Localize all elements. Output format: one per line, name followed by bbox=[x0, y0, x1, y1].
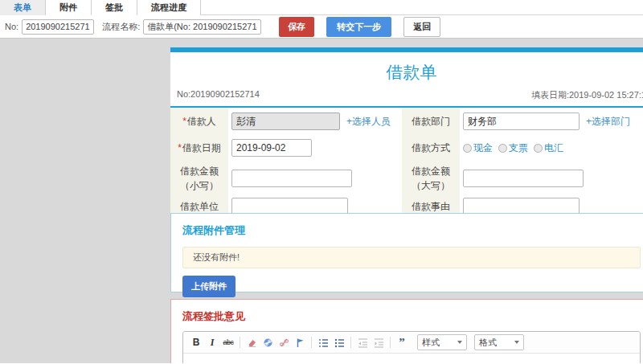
tab-approval[interactable]: 签批 bbox=[92, 0, 137, 15]
department-label: 借款部门 bbox=[402, 108, 460, 135]
forward-next-step-button[interactable]: 转交下一步 bbox=[326, 17, 391, 37]
app-root: 表单 附件 签批 流程进度 No: 流程名称: 保存 转交下一步 返回 借款单 … bbox=[0, 0, 643, 364]
process-name-label: 流程名称: bbox=[102, 21, 140, 33]
indent-icon[interactable] bbox=[371, 336, 386, 350]
bold-icon[interactable]: B bbox=[189, 336, 203, 350]
remove-format-icon[interactable] bbox=[244, 336, 259, 350]
select-department-link[interactable]: +选择部门 bbox=[586, 115, 630, 129]
format-dropdown-label: 格式 bbox=[479, 337, 497, 349]
editor-content-area[interactable] bbox=[183, 354, 640, 363]
method-option-cheque[interactable]: 支票 bbox=[498, 141, 528, 155]
form-title: 借款单 bbox=[170, 52, 643, 89]
process-name-input[interactable] bbox=[143, 19, 261, 35]
department-input[interactable] bbox=[463, 112, 580, 130]
loan-form-grid: *借款人 +选择人员 借款部门 +选择部门 *借款日期 bbox=[170, 108, 643, 217]
anchor-flag-icon[interactable] bbox=[293, 336, 307, 350]
style-dropdown[interactable]: 样式 bbox=[417, 334, 467, 350]
borrow-date-label: *借款日期 bbox=[170, 135, 228, 161]
chevron-down-icon bbox=[457, 341, 462, 344]
no-input[interactable] bbox=[22, 19, 94, 35]
toolbar-separator bbox=[350, 337, 351, 348]
radio-icon[interactable] bbox=[534, 144, 543, 153]
upload-attachment-button[interactable]: 上传附件 bbox=[182, 276, 235, 297]
tab-progress[interactable]: 流程进度 bbox=[137, 0, 201, 15]
editor-toolbar: B I abc bbox=[183, 332, 640, 354]
toolbar-separator bbox=[311, 337, 312, 348]
tab-form[interactable]: 表单 bbox=[0, 0, 46, 15]
borrow-date-input[interactable] bbox=[231, 139, 312, 157]
amount-lowercase-input[interactable] bbox=[231, 170, 352, 187]
form-fill-date: 填表日期:2019-09-02 15:27:1 bbox=[531, 89, 643, 101]
required-marker: * bbox=[178, 142, 182, 153]
toolbar-separator bbox=[390, 337, 391, 348]
tab-bar: 表单 附件 签批 流程进度 bbox=[0, 0, 643, 15]
chevron-down-icon bbox=[514, 341, 519, 344]
approval-panel: 流程签批意见 B I abc bbox=[170, 299, 643, 363]
amount-uppercase-label: 借款金额（大写） bbox=[402, 161, 460, 196]
department-field-cell: +选择部门 bbox=[460, 108, 643, 135]
format-dropdown[interactable]: 格式 bbox=[474, 334, 524, 350]
radio-icon[interactable] bbox=[498, 144, 507, 153]
italic-icon[interactable]: I bbox=[205, 336, 219, 350]
save-button[interactable]: 保存 bbox=[279, 17, 314, 37]
bullet-list-icon[interactable] bbox=[332, 336, 346, 350]
amount-lowercase-label: 借款金额（小写） bbox=[170, 161, 228, 196]
borrow-method-label: 借款方式 bbox=[402, 135, 460, 161]
borrower-field-cell: +选择人员 bbox=[228, 108, 402, 135]
borrower-input[interactable] bbox=[231, 112, 340, 130]
amount-uppercase-field-cell bbox=[460, 161, 643, 196]
method-option-wire[interactable]: 电汇 bbox=[534, 141, 563, 155]
style-dropdown-label: 样式 bbox=[422, 337, 440, 349]
back-button[interactable]: 返回 bbox=[403, 17, 440, 37]
outdent-icon[interactable] bbox=[355, 336, 370, 350]
content-area: 借款单 No:20190902152714 填表日期:2019-09-02 15… bbox=[0, 39, 643, 363]
no-label: No: bbox=[5, 22, 18, 31]
action-toolbar: No: 流程名称: 保存 转交下一步 返回 bbox=[0, 15, 643, 39]
attachment-panel: 流程附件管理 还没有附件! 上传附件 bbox=[170, 213, 643, 292]
select-person-link[interactable]: +选择人员 bbox=[346, 115, 391, 129]
toolbar-separator bbox=[240, 337, 240, 348]
amount-uppercase-input[interactable] bbox=[463, 170, 584, 187]
insert-link-icon[interactable] bbox=[260, 336, 275, 350]
tab-attachment[interactable]: 附件 bbox=[46, 0, 92, 15]
attachment-section-title: 流程附件管理 bbox=[182, 223, 641, 238]
strikethrough-icon[interactable]: abc bbox=[221, 336, 235, 350]
approval-section-title: 流程签批意见 bbox=[182, 309, 641, 324]
borrow-method-field-cell: 现金 支票 电汇 bbox=[460, 135, 643, 161]
unlink-icon[interactable] bbox=[276, 336, 291, 350]
amount-lowercase-field-cell bbox=[228, 161, 402, 196]
blockquote-icon[interactable]: ” bbox=[395, 336, 409, 350]
method-option-cash[interactable]: 现金 bbox=[463, 141, 493, 155]
form-info-row: No:20190902152714 填表日期:2019-09-02 15:27:… bbox=[170, 89, 643, 108]
rich-text-editor: B I abc bbox=[182, 331, 641, 363]
no-attachment-message: 还没有附件! bbox=[182, 247, 641, 268]
borrow-date-field-cell bbox=[228, 135, 402, 161]
form-number: No:20190902152714 bbox=[177, 89, 260, 101]
borrower-label: *借款人 bbox=[170, 108, 228, 135]
required-marker: * bbox=[182, 116, 186, 127]
loan-form-panel: 借款单 No:20190902152714 填表日期:2019-09-02 15… bbox=[170, 47, 643, 220]
radio-icon[interactable] bbox=[463, 144, 472, 153]
ordered-list-icon[interactable] bbox=[316, 336, 330, 350]
